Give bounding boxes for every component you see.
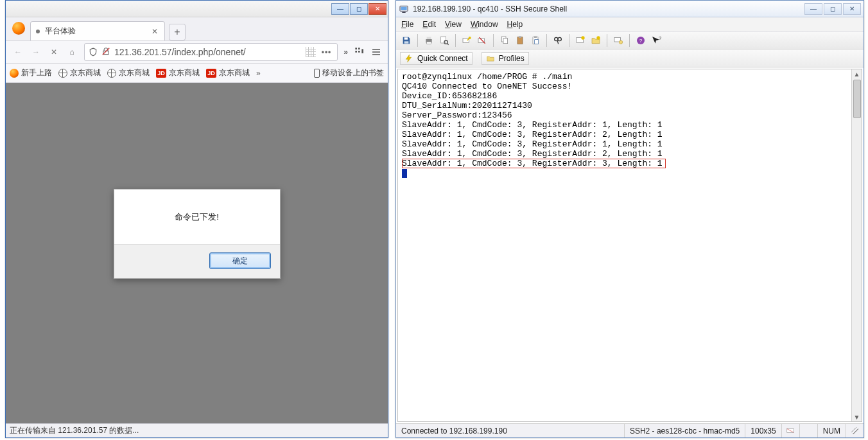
status-cipher: SSH2 - aes128-cbc - hmac-md5 [624,424,745,437]
bookmark-getting-started[interactable]: 新手上路 [10,67,52,78]
save-icon[interactable] [400,34,413,47]
connect-icon[interactable] [460,34,473,47]
disconnect-icon[interactable] [476,34,489,47]
svg-point-29 [558,37,561,40]
back-button[interactable]: ← [10,44,26,60]
menu-icon[interactable] [369,44,384,60]
mobile-icon [314,69,320,78]
svg-line-30 [557,40,558,44]
svg-rect-26 [534,36,537,38]
svg-rect-3 [355,51,357,53]
svg-rect-23 [517,37,523,44]
svg-text:?: ? [659,35,661,41]
bookmark-jd-1[interactable]: 京东商城 [58,67,101,78]
browser-window: — ◻ ✕ 平台体验 ✕ + ← → ✕ ⌂ 121.36.201.57/ind… [5,0,388,438]
bookmark-overflow-icon[interactable]: » [256,69,261,78]
svg-point-32 [581,36,584,39]
menu-edit[interactable]: Edit [422,20,436,29]
svg-rect-2 [358,48,360,49]
svg-rect-7 [402,12,405,12]
ssh-quickbar: Quick Connect Profiles [396,49,864,67]
menu-file[interactable]: File [401,20,413,29]
new-file-transfer-icon[interactable] [589,34,602,47]
tab-title: 平台体验 [45,26,76,37]
status-indicator-2 [799,424,817,437]
qr-icon[interactable] [306,47,316,57]
tab-close-icon[interactable]: ✕ [150,27,159,36]
maximize-button[interactable]: ◻ [824,3,842,15]
help-icon[interactable]: ? [634,34,647,47]
paste-icon[interactable] [514,34,526,47]
status-indicator-1 [781,424,799,437]
svg-rect-9 [404,37,408,39]
whatsthis-icon[interactable]: ? [650,34,663,47]
ok-button[interactable]: 确定 [209,252,271,269]
status-size: 100x35 [745,424,781,437]
scroll-up-icon[interactable]: ▲ [853,69,862,78]
status-connected: Connected to 192.168.199.190 [396,424,589,437]
shield-icon [89,48,98,57]
dialog-message: 命令已下发! [114,189,280,245]
ssh-menubar: File Edit View Window Help [396,17,864,31]
minimize-button[interactable]: — [331,3,349,15]
svg-rect-10 [404,41,409,43]
stop-button[interactable]: ✕ [46,44,62,60]
ssh-title: 192.168.199.190 - qc410 - SSH Secure She… [413,4,567,13]
lightning-icon [404,54,413,63]
svg-rect-24 [519,36,521,38]
chevrons-icon[interactable]: » [342,48,351,57]
profiles-button[interactable]: Profiles [482,52,529,65]
bookmark-mobile[interactable]: 移动设备上的书签 [314,67,384,78]
bookmark-jd-2[interactable]: 京东商城 [107,67,150,78]
svg-point-28 [555,37,558,40]
bookmark-jd-3[interactable]: JD京东商城 [156,67,200,78]
ssh-window: 192.168.199.190 - qc410 - SSH Secure She… [395,0,864,438]
print-icon[interactable] [422,34,435,47]
print-preview-icon[interactable] [438,34,451,47]
ssh-titlebar: 192.168.199.190 - qc410 - SSH Secure She… [396,1,864,17]
folder-icon [486,54,495,63]
tab-loading-icon [36,30,40,33]
resize-grip[interactable] [846,424,864,437]
status-num: NUM [817,424,846,437]
svg-rect-12 [427,37,431,39]
firefox-icon [10,69,19,78]
terminal-output[interactable]: root@zynqlinux /home/PROG # ./main QC410… [398,69,851,421]
svg-rect-8 [401,6,406,10]
menu-window[interactable]: Window [471,20,498,29]
close-button[interactable]: ✕ [843,3,861,15]
svg-rect-17 [463,38,469,42]
copy-icon[interactable] [498,34,511,47]
new-terminal-icon[interactable] [574,34,587,47]
firefox-icon [12,22,25,35]
svg-rect-22 [503,38,508,43]
settings-icon[interactable] [612,34,625,47]
browser-tab[interactable]: 平台体验 ✕ [30,21,165,40]
library-icon[interactable] [352,44,367,60]
scroll-thumb[interactable] [853,80,861,118]
scrollbar[interactable]: ▲ ▼ [851,69,862,421]
url-text: 121.36.201.57/index.php/onenet/ [114,47,246,57]
terminal-area: root@zynqlinux /home/PROG # ./main QC410… [397,69,862,422]
menu-view[interactable]: View [445,20,462,29]
bookmark-jd-4[interactable]: JD京东商城 [206,67,250,78]
new-tab-button[interactable]: + [169,24,186,40]
clipboard-icon[interactable] [529,34,542,47]
close-button[interactable]: ✕ [369,3,386,15]
page-actions-icon[interactable]: ••• [320,48,334,57]
home-button[interactable]: ⌂ [64,44,80,60]
globe-icon [107,69,116,78]
menu-help[interactable]: Help [507,20,523,29]
minimize-button[interactable]: — [804,3,822,15]
url-box[interactable]: 121.36.201.57/index.php/onenet/ ••• [84,43,338,61]
bookmarks-bar: 新手上路 京东商城 京东商城 JD京东商城 JD京东商城 » 移动设备上的书签 [6,64,388,83]
svg-rect-1 [355,48,357,49]
scroll-down-icon[interactable]: ▼ [853,412,862,421]
svg-point-35 [619,40,622,44]
forward-button[interactable]: → [28,44,44,60]
find-icon[interactable] [551,34,564,47]
quick-connect-button[interactable]: Quick Connect [400,52,473,65]
maximize-button[interactable]: ◻ [350,3,368,15]
page-content: 命令已下发! 确定 [6,83,388,423]
jd-icon: JD [206,69,216,78]
